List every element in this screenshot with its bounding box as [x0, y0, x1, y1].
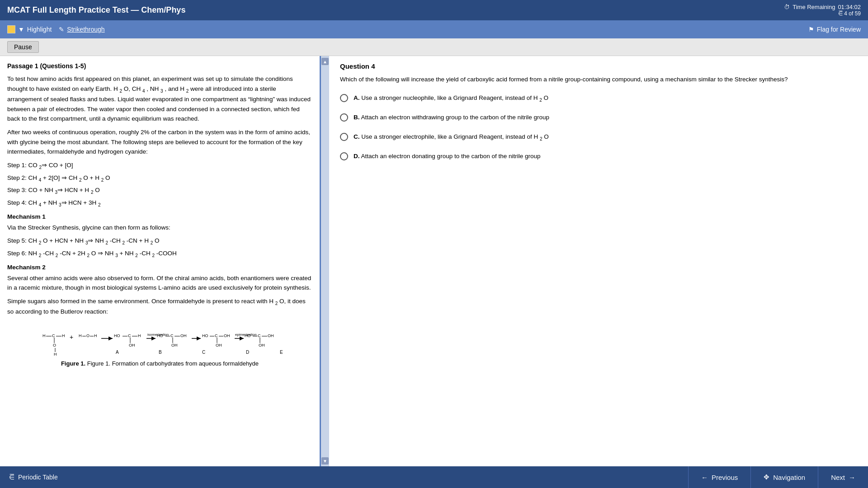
svg-text:H: H: [42, 333, 46, 338]
scroll-down-arrow[interactable]: ▼: [321, 457, 329, 465]
mechanism-2-paragraph-2: Simple sugars also formed in the same en…: [7, 296, 312, 317]
svg-text:OH: OH: [129, 343, 135, 347]
step-2: Step 2: CH 4 + 2[O] ⇒ CH 2 O + H 2 O: [7, 173, 312, 184]
answer-text-c: C. Use a stronger electrophile, like a G…: [354, 132, 549, 142]
step-5: Step 5: CH 2 O + HCN + NH 3⇒ NH 2 -CH 2 …: [7, 236, 312, 247]
mechanism-1-title: Mechanism 1: [7, 213, 312, 220]
toolbar-left: ▼ Highlight ✎ Strikethrough: [7, 25, 105, 33]
pause-bar: Pause: [0, 38, 868, 56]
svg-text:HO: HO: [202, 333, 208, 338]
strikethrough-label: Strikethrough: [67, 26, 104, 33]
step-6: Step 6: NH 2 -CH 2 -CN + 2H 2 O ⇒ NH 3 +…: [7, 249, 312, 259]
answer-option-d[interactable]: D. Attach an electron donating group to …: [340, 152, 857, 161]
svg-text:H: H: [62, 333, 65, 338]
svg-text:HO: HO: [157, 333, 163, 338]
butlerov-figure: H C H O H + H O: [7, 321, 312, 367]
answer-option-b[interactable]: B. Attach an electron withdrawing group …: [340, 113, 857, 122]
highlight-button[interactable]: ▼ Highlight: [7, 25, 52, 33]
left-arrow-icon: ←: [701, 474, 708, 481]
app-header: MCAT Full Length Practice Test — Chem/Ph…: [0, 0, 868, 20]
svg-text:HO: HO: [245, 333, 251, 338]
main-content: Passage 1 (Questions 1-5) To test how am…: [0, 56, 868, 466]
svg-text:C: C: [202, 350, 205, 355]
right-arrow-icon: →: [849, 474, 855, 481]
toolbar: ▼ Highlight ✎ Strikethrough ⚑ Flag for R…: [0, 20, 868, 38]
svg-text:C: C: [128, 333, 131, 338]
svg-text:H: H: [138, 333, 141, 338]
reaction-diagram: H C H O H + H O: [29, 321, 291, 357]
timer-value: 01:34:02: [838, 4, 861, 10]
question-text: Which of the following will increase the…: [340, 75, 857, 84]
question-panel: Question 4 Which of the following will i…: [329, 56, 868, 466]
svg-text:D: D: [246, 350, 249, 355]
highlight-dropdown-icon: ▼: [18, 26, 24, 33]
flag-review-button[interactable]: ⚑ Flag for Review: [808, 26, 861, 33]
previous-button[interactable]: ← Previous: [688, 466, 750, 488]
svg-text:OH: OH: [216, 343, 222, 347]
pencil-icon: ✎: [59, 26, 64, 33]
step-4: Step 4: CH 4 + NH 3⇒ HCN + 3H 2: [7, 198, 312, 209]
svg-text:OH: OH: [171, 343, 178, 347]
svg-text:HO: HO: [114, 333, 120, 338]
question-number: Question 4: [340, 62, 857, 70]
svg-text:O: O: [86, 333, 90, 338]
flag-icon: ⚑: [808, 26, 814, 33]
question-count: ⋶ 4 of 59: [838, 10, 861, 17]
svg-text:H: H: [54, 352, 57, 357]
mechanism-2-paragraph-1: Several other amino acids were also obse…: [7, 273, 312, 293]
footer-navigation: ← Previous ✥ Navigation Next →: [688, 466, 868, 488]
passage-paragraph-2: After two weeks of continuous operation,…: [7, 127, 312, 157]
answer-text-b: B. Attach an electron withdrawing group …: [354, 113, 549, 122]
svg-text:E: E: [280, 350, 283, 355]
svg-text:OH: OH: [268, 333, 274, 338]
periodic-table-button[interactable]: ⋶ Periodic Table: [0, 466, 67, 488]
svg-text:B: B: [159, 350, 162, 355]
highlight-label: Highlight: [27, 26, 52, 33]
passage-title: Passage 1 (Questions 1-5): [7, 62, 312, 70]
answer-option-c[interactable]: C. Use a stronger electrophile, like a G…: [340, 132, 857, 142]
grid-nav-icon: ✥: [764, 473, 769, 481]
radio-d[interactable]: [340, 152, 348, 160]
pause-button[interactable]: Pause: [7, 41, 39, 53]
answer-text-a: A. Use a stronger nucleophile, like a Gr…: [354, 94, 548, 103]
passage-paragraph-1: To test how amino acids first appeared o…: [7, 74, 312, 124]
step-3: Step 3: CO + NH 3⇒ HCN + H 2 O: [7, 185, 312, 196]
svg-text:+: +: [70, 333, 73, 341]
passage-panel: Passage 1 (Questions 1-5) To test how am…: [0, 56, 321, 466]
radio-c[interactable]: [340, 133, 348, 141]
svg-text:C: C: [170, 333, 174, 338]
scroll-up-arrow[interactable]: ▲: [321, 58, 329, 65]
timer-label: Time Remaining: [793, 4, 835, 10]
svg-text:OH: OH: [259, 343, 265, 347]
svg-text:A: A: [116, 350, 119, 355]
radio-a[interactable]: [340, 94, 348, 102]
svg-text:C: C: [258, 333, 261, 338]
grid-icon: ⋶: [838, 10, 843, 17]
svg-text:O: O: [53, 343, 56, 347]
step-1: Step 1: CO 2⇒ CO + [O]: [7, 160, 312, 171]
header-info: ⏱ Time Remaining 01:34:02 ⋶ 4 of 59: [784, 4, 861, 17]
svg-text:OH: OH: [224, 333, 230, 338]
svg-text:H: H: [79, 333, 82, 338]
navigation-button[interactable]: ✥ Navigation: [750, 466, 818, 488]
svg-text:C: C: [215, 333, 218, 338]
svg-text:OH: OH: [180, 333, 187, 338]
answer-option-a[interactable]: A. Use a stronger nucleophile, like a Gr…: [340, 94, 857, 103]
svg-text:C: C: [52, 333, 55, 338]
periodic-table-icon: ⋶: [9, 474, 14, 481]
strikethrough-button[interactable]: ✎ Strikethrough: [59, 26, 104, 33]
clock-icon: ⏱: [784, 4, 790, 10]
mechanism-2-title: Mechanism 2: [7, 264, 312, 271]
footer: ⋶ Periodic Table ← Previous ✥ Navigation…: [0, 466, 868, 488]
test-title: MCAT Full Length Practice Test — Chem/Ph…: [7, 5, 185, 15]
radio-b[interactable]: [340, 113, 348, 122]
answer-text-d: D. Attach an electron donating group to …: [354, 152, 541, 161]
passage-scroll-controls: ▲ ▼: [321, 56, 329, 466]
figure-caption: Figure 1. Figure 1. Formation of carbohy…: [61, 360, 259, 367]
next-button[interactable]: Next →: [818, 466, 868, 488]
mechanism-1-intro: Via the Strecker Synthesis, glycine can …: [7, 223, 312, 233]
highlight-swatch: [7, 25, 15, 33]
svg-text:H: H: [94, 333, 97, 338]
timer-row: ⏱ Time Remaining 01:34:02: [784, 4, 861, 10]
